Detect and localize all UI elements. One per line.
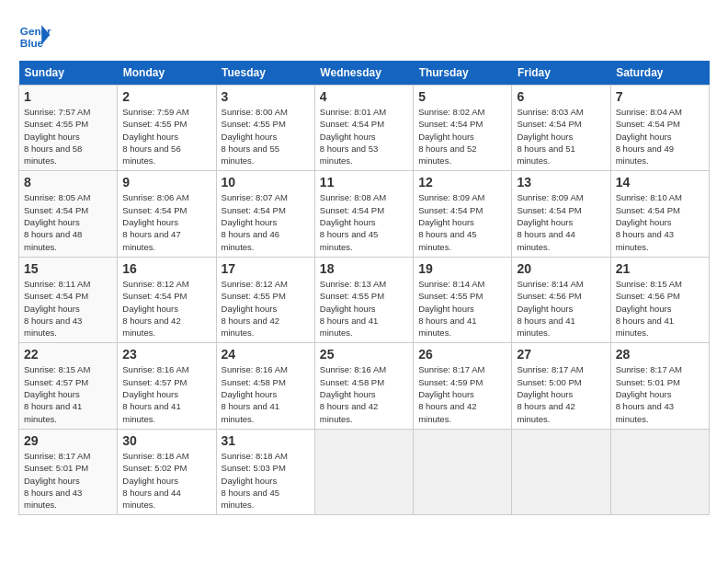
- day-number: 7: [616, 89, 704, 104]
- day-info: Sunrise: 8:12 AM Sunset: 4:55 PM Dayligh…: [222, 278, 310, 339]
- day-number: 12: [418, 175, 506, 190]
- day-number: 14: [616, 175, 704, 190]
- calendar-cell: 21 Sunrise: 8:15 AM Sunset: 4:56 PM Dayl…: [610, 257, 709, 342]
- weekday-header-sunday: Sunday: [19, 61, 118, 86]
- day-number: 25: [320, 347, 408, 362]
- calendar-cell: 30 Sunrise: 8:18 AM Sunset: 5:02 PM Dayl…: [118, 429, 216, 514]
- day-info: Sunrise: 8:18 AM Sunset: 5:03 PM Dayligh…: [222, 450, 310, 511]
- calendar-cell: 31 Sunrise: 8:18 AM Sunset: 5:03 PM Dayl…: [216, 429, 314, 514]
- day-number: 9: [122, 175, 210, 190]
- calendar-cell: 26 Sunrise: 8:17 AM Sunset: 4:59 PM Dayl…: [414, 343, 512, 429]
- day-info: Sunrise: 8:16 AM Sunset: 4:57 PM Dayligh…: [122, 363, 210, 424]
- day-number: 19: [418, 261, 506, 276]
- week-row-2: 15 Sunrise: 8:11 AM Sunset: 4:54 PM Dayl…: [19, 257, 710, 342]
- calendar-cell: 6 Sunrise: 8:03 AM Sunset: 4:54 PM Dayli…: [512, 86, 610, 171]
- day-info: Sunrise: 8:17 AM Sunset: 5:01 PM Dayligh…: [616, 363, 704, 424]
- day-number: 24: [222, 347, 310, 362]
- calendar-cell: 11 Sunrise: 8:08 AM Sunset: 4:54 PM Dayl…: [314, 171, 413, 257]
- day-info: Sunrise: 8:04 AM Sunset: 4:54 PM Dayligh…: [616, 106, 704, 167]
- calendar-cell: [414, 429, 512, 514]
- calendar-cell: 27 Sunrise: 8:17 AM Sunset: 5:00 PM Dayl…: [512, 343, 610, 429]
- weekday-header-tuesday: Tuesday: [216, 61, 314, 86]
- weekday-header-row: SundayMondayTuesdayWednesdayThursdayFrid…: [19, 61, 710, 86]
- day-number: 5: [418, 89, 506, 104]
- day-number: 3: [222, 89, 310, 104]
- svg-text:Blue: Blue: [20, 37, 44, 49]
- calendar-cell: 29 Sunrise: 8:17 AM Sunset: 5:01 PM Dayl…: [19, 429, 118, 514]
- calendar-cell: 19 Sunrise: 8:14 AM Sunset: 4:55 PM Dayl…: [414, 257, 512, 342]
- day-info: Sunrise: 8:13 AM Sunset: 4:55 PM Dayligh…: [320, 278, 408, 339]
- day-number: 27: [517, 347, 605, 362]
- calendar-cell: 24 Sunrise: 8:16 AM Sunset: 4:58 PM Dayl…: [216, 343, 314, 429]
- calendar-cell: 10 Sunrise: 8:07 AM Sunset: 4:54 PM Dayl…: [216, 171, 314, 257]
- day-number: 2: [122, 89, 210, 104]
- weekday-header-saturday: Saturday: [610, 61, 709, 86]
- day-number: 8: [24, 175, 112, 190]
- day-info: Sunrise: 8:15 AM Sunset: 4:56 PM Dayligh…: [616, 278, 704, 339]
- day-info: Sunrise: 8:12 AM Sunset: 4:54 PM Dayligh…: [122, 278, 210, 339]
- weekday-header-thursday: Thursday: [414, 61, 512, 86]
- day-info: Sunrise: 8:17 AM Sunset: 4:59 PM Dayligh…: [418, 363, 506, 424]
- logo: General Blue: [18, 18, 51, 52]
- calendar-cell: 17 Sunrise: 8:12 AM Sunset: 4:55 PM Dayl…: [216, 257, 314, 342]
- calendar-cell: 16 Sunrise: 8:12 AM Sunset: 4:54 PM Dayl…: [118, 257, 216, 342]
- day-number: 30: [122, 433, 210, 448]
- calendar-cell: 28 Sunrise: 8:17 AM Sunset: 5:01 PM Dayl…: [610, 343, 709, 429]
- calendar-cell: 3 Sunrise: 8:00 AM Sunset: 4:55 PM Dayli…: [216, 86, 314, 171]
- calendar-cell: 13 Sunrise: 8:09 AM Sunset: 4:54 PM Dayl…: [512, 171, 610, 257]
- day-number: 20: [517, 261, 605, 276]
- calendar-cell: [314, 429, 413, 514]
- weekday-header-monday: Monday: [118, 61, 216, 86]
- calendar-cell: 7 Sunrise: 8:04 AM Sunset: 4:54 PM Dayli…: [610, 86, 709, 171]
- calendar-cell: [512, 429, 610, 514]
- day-number: 13: [517, 175, 605, 190]
- calendar-cell: 5 Sunrise: 8:02 AM Sunset: 4:54 PM Dayli…: [414, 86, 512, 171]
- calendar-cell: 25 Sunrise: 8:16 AM Sunset: 4:58 PM Dayl…: [314, 343, 413, 429]
- calendar-cell: 9 Sunrise: 8:06 AM Sunset: 4:54 PM Dayli…: [118, 171, 216, 257]
- day-info: Sunrise: 8:01 AM Sunset: 4:54 PM Dayligh…: [320, 106, 408, 167]
- calendar-table: SundayMondayTuesdayWednesdayThursdayFrid…: [18, 61, 710, 515]
- day-number: 18: [320, 261, 408, 276]
- day-number: 26: [418, 347, 506, 362]
- day-info: Sunrise: 8:10 AM Sunset: 4:54 PM Dayligh…: [616, 191, 704, 252]
- day-number: 17: [222, 261, 310, 276]
- day-number: 4: [320, 89, 408, 104]
- calendar-cell: 18 Sunrise: 8:13 AM Sunset: 4:55 PM Dayl…: [314, 257, 413, 342]
- day-number: 31: [222, 433, 310, 448]
- calendar-cell: [610, 429, 709, 514]
- day-info: Sunrise: 8:18 AM Sunset: 5:02 PM Dayligh…: [122, 450, 210, 511]
- day-info: Sunrise: 8:09 AM Sunset: 4:54 PM Dayligh…: [418, 191, 506, 252]
- day-info: Sunrise: 8:02 AM Sunset: 4:54 PM Dayligh…: [418, 106, 506, 167]
- day-number: 16: [122, 261, 210, 276]
- week-row-4: 29 Sunrise: 8:17 AM Sunset: 5:01 PM Dayl…: [19, 429, 710, 514]
- day-info: Sunrise: 8:00 AM Sunset: 4:55 PM Dayligh…: [222, 106, 310, 167]
- day-info: Sunrise: 7:59 AM Sunset: 4:55 PM Dayligh…: [122, 106, 210, 167]
- day-number: 11: [320, 175, 408, 190]
- calendar-cell: 2 Sunrise: 7:59 AM Sunset: 4:55 PM Dayli…: [118, 86, 216, 171]
- day-number: 6: [517, 89, 605, 104]
- day-info: Sunrise: 8:14 AM Sunset: 4:55 PM Dayligh…: [418, 278, 506, 339]
- day-info: Sunrise: 8:08 AM Sunset: 4:54 PM Dayligh…: [320, 191, 408, 252]
- weekday-header-friday: Friday: [512, 61, 610, 86]
- week-row-0: 1 Sunrise: 7:57 AM Sunset: 4:55 PM Dayli…: [19, 86, 710, 171]
- weekday-header-wednesday: Wednesday: [314, 61, 413, 86]
- day-info: Sunrise: 8:14 AM Sunset: 4:56 PM Dayligh…: [517, 278, 605, 339]
- calendar-cell: 22 Sunrise: 8:15 AM Sunset: 4:57 PM Dayl…: [19, 343, 118, 429]
- day-number: 22: [24, 347, 112, 362]
- day-info: Sunrise: 8:17 AM Sunset: 5:00 PM Dayligh…: [517, 363, 605, 424]
- day-number: 21: [616, 261, 704, 276]
- day-info: Sunrise: 8:07 AM Sunset: 4:54 PM Dayligh…: [222, 191, 310, 252]
- calendar-cell: 1 Sunrise: 7:57 AM Sunset: 4:55 PM Dayli…: [19, 86, 118, 171]
- calendar-cell: 15 Sunrise: 8:11 AM Sunset: 4:54 PM Dayl…: [19, 257, 118, 342]
- day-info: Sunrise: 8:17 AM Sunset: 5:01 PM Dayligh…: [24, 450, 112, 511]
- day-info: Sunrise: 8:06 AM Sunset: 4:54 PM Dayligh…: [122, 191, 210, 252]
- calendar-cell: 12 Sunrise: 8:09 AM Sunset: 4:54 PM Dayl…: [414, 171, 512, 257]
- week-row-3: 22 Sunrise: 8:15 AM Sunset: 4:57 PM Dayl…: [19, 343, 710, 429]
- week-row-1: 8 Sunrise: 8:05 AM Sunset: 4:54 PM Dayli…: [19, 171, 710, 257]
- calendar-cell: 8 Sunrise: 8:05 AM Sunset: 4:54 PM Dayli…: [19, 171, 118, 257]
- day-info: Sunrise: 8:16 AM Sunset: 4:58 PM Dayligh…: [320, 363, 408, 424]
- day-info: Sunrise: 7:57 AM Sunset: 4:55 PM Dayligh…: [24, 106, 112, 167]
- page-header: General Blue: [18, 18, 710, 52]
- day-info: Sunrise: 8:16 AM Sunset: 4:58 PM Dayligh…: [222, 363, 310, 424]
- day-info: Sunrise: 8:05 AM Sunset: 4:54 PM Dayligh…: [24, 191, 112, 252]
